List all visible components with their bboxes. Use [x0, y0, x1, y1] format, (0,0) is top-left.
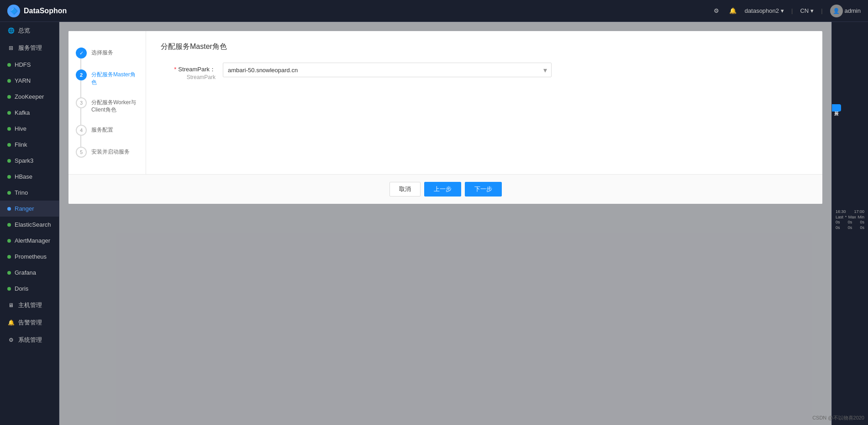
username: datasophon2: [745, 7, 779, 14]
sidebar-item-overview[interactable]: 🌐 总览: [0, 22, 59, 39]
form-control-streampark: ambari-50.snowleopard.cn: [223, 63, 808, 77]
chart-r2-c2: 0s: [848, 225, 852, 230]
sidebar-item-elasticsearch[interactable]: ElasticSearch: [0, 217, 59, 233]
sidebar-item-hbase[interactable]: HBase: [0, 169, 59, 185]
sidebar-label-grafana: Grafana: [15, 269, 36, 276]
required-mark: *: [174, 66, 176, 73]
sidebar-item-spark3[interactable]: Spark3: [0, 153, 59, 169]
modal-overlay: ✓ 选择服务 2 分配服务Master角色 3 分配服务Worker与Clien…: [59, 22, 831, 425]
wizard-title: 分配服务Master角色: [161, 42, 808, 52]
chart-col-last: Last: [836, 215, 843, 219]
chart-r2-c1: 0s: [836, 225, 840, 230]
status-dot-hive: [7, 127, 11, 131]
sidebar-label-hdfs: HDFS: [15, 61, 31, 68]
sidebar-item-alert-mgmt[interactable]: 🔔 告警管理: [0, 314, 59, 331]
lang-dropdown[interactable]: CN ▾: [800, 7, 814, 14]
step-1-circle: ✓: [76, 48, 87, 58]
chart-r1-c2: 0s: [848, 220, 852, 224]
watermark: CSDN @不以物喜2020: [812, 414, 864, 421]
status-dot-yarn: [7, 79, 11, 83]
step-5-label: 安装并启动服务: [91, 147, 130, 156]
sidebar-item-grafana[interactable]: Grafana: [0, 265, 59, 281]
status-dot-hbase: [7, 175, 11, 179]
header: 🔷 DataSophon ⚙ 🔔 datasophon2 ▾ | CN ▾ | …: [0, 0, 868, 22]
chevron-down-icon: ▾: [810, 7, 814, 14]
admin-user[interactable]: 👤 admin: [830, 5, 861, 17]
steps-sidebar: ✓ 选择服务 2 分配服务Master角色 3 分配服务Worker与Clien…: [68, 31, 146, 174]
sidebar-label-ranger: Ranger: [15, 205, 34, 212]
status-dot-doris: [7, 287, 11, 291]
user-dropdown[interactable]: datasophon2 ▾: [745, 7, 784, 14]
sidebar-item-trino[interactable]: Trino: [0, 185, 59, 201]
next-button[interactable]: 下一步: [465, 182, 502, 197]
chart-column-headers: Last * Max Min: [834, 215, 866, 219]
right-panel-tab[interactable]: 展开: [831, 104, 841, 112]
sidebar-item-zookeeper[interactable]: ZooKeeper: [0, 89, 59, 105]
chevron-down-icon: ▾: [781, 7, 784, 14]
sidebar-label-elasticsearch: ElasticSearch: [15, 221, 51, 228]
sidebar-alert-label: 告警管理: [18, 319, 42, 327]
cancel-button[interactable]: 取消: [389, 182, 421, 197]
chart-row-2: 0s 0s 0s: [834, 225, 866, 230]
host-icon: 🖥: [7, 302, 15, 309]
select-wrapper-streampark: ambari-50.snowleopard.cn: [223, 63, 552, 77]
sidebar-label-alertmanager: AlertManager: [15, 237, 50, 244]
step-1: ✓ 选择服务: [68, 42, 146, 64]
admin-label: admin: [845, 7, 861, 14]
sidebar-label-zookeeper: ZooKeeper: [15, 93, 44, 100]
status-dot-grafana: [7, 271, 11, 275]
bell-icon[interactable]: 🔔: [728, 6, 737, 16]
main-content: ✓ 选择服务 2 分配服务Master角色 3 分配服务Worker与Clien…: [59, 22, 831, 425]
status-dot-trino: [7, 191, 11, 195]
sidebar-label-spark3: Spark3: [15, 157, 33, 164]
chart-r1-c1: 0s: [836, 220, 840, 224]
sidebar-item-hive[interactable]: Hive: [0, 121, 59, 137]
sidebar-label-flink: Flink: [15, 141, 27, 148]
sidebar-item-system-mgmt[interactable]: ⚙ 系统管理: [0, 331, 59, 349]
grid-icon: ⊞: [7, 44, 15, 52]
sidebar-item-flink[interactable]: Flink: [0, 137, 59, 153]
streampark-select[interactable]: ambari-50.snowleopard.cn: [223, 63, 552, 77]
step-2-circle: 2: [76, 69, 87, 80]
sidebar-item-ranger[interactable]: Ranger: [0, 201, 59, 217]
chart-col-max: Max: [848, 215, 856, 219]
status-dot-spark3: [7, 159, 11, 163]
lang-label: CN: [800, 7, 809, 14]
settings-icon[interactable]: ⚙: [712, 6, 721, 16]
avatar: 👤: [830, 5, 843, 17]
sidebar-label-hbase: HBase: [15, 173, 32, 180]
sidebar-item-doris[interactable]: Doris: [0, 281, 59, 297]
status-dot-zookeeper: [7, 95, 11, 99]
chart-r1-c3: 0s: [860, 220, 864, 224]
logo: 🔷 DataSophon: [7, 5, 67, 17]
status-dot-ranger: [7, 207, 11, 211]
header-actions: ⚙ 🔔 datasophon2 ▾ | CN ▾ | 👤 admin: [712, 5, 861, 17]
sidebar-item-service-mgmt[interactable]: ⊞ 服务管理: [0, 39, 59, 57]
sidebar-item-yarn[interactable]: YARN: [0, 73, 59, 89]
right-panel: 展开 16:30 17:00 Last * Max Min 0s 0s 0s 0…: [831, 22, 868, 425]
step-5-circle: 5: [76, 147, 87, 158]
chart-time2: 17:00: [854, 209, 864, 214]
wizard-footer: 取消 上一步 下一步: [68, 174, 822, 204]
sidebar-item-kafka[interactable]: Kafka: [0, 105, 59, 121]
sidebar-label-prometheus: Prometheus: [15, 253, 47, 260]
step-2-label: 分配服务Master角色: [91, 69, 138, 86]
form-row-streampark: *StreamPark： StreamPark ambari-50.snowle…: [161, 63, 808, 80]
prev-button[interactable]: 上一步: [424, 182, 461, 197]
alert-icon: 🔔: [7, 319, 15, 326]
sidebar-label-trino: Trino: [15, 189, 28, 196]
sidebar-item-host-mgmt[interactable]: 🖥 主机管理: [0, 297, 59, 314]
status-dot-elasticsearch: [7, 223, 11, 227]
step-1-label: 选择服务: [91, 48, 113, 57]
sidebar-item-prometheus[interactable]: Prometheus: [0, 249, 59, 265]
sidebar-item-alertmanager[interactable]: AlertManager: [0, 233, 59, 249]
step-5: 5 安装并启动服务: [68, 141, 146, 163]
wizard-main-content: 分配服务Master角色 *StreamPark： StreamPark amb…: [146, 31, 822, 174]
step-3: 3 分配服务Worker与Client角色: [68, 92, 146, 120]
sidebar-label-kafka: Kafka: [15, 109, 30, 116]
sidebar-label-yarn: YARN: [15, 77, 31, 84]
chart-col-min: Min: [857, 215, 864, 219]
sidebar-item-hdfs[interactable]: HDFS: [0, 57, 59, 73]
chart-row-1: 0s 0s 0s: [834, 219, 866, 225]
wizard-body: ✓ 选择服务 2 分配服务Master角色 3 分配服务Worker与Clien…: [68, 31, 822, 174]
